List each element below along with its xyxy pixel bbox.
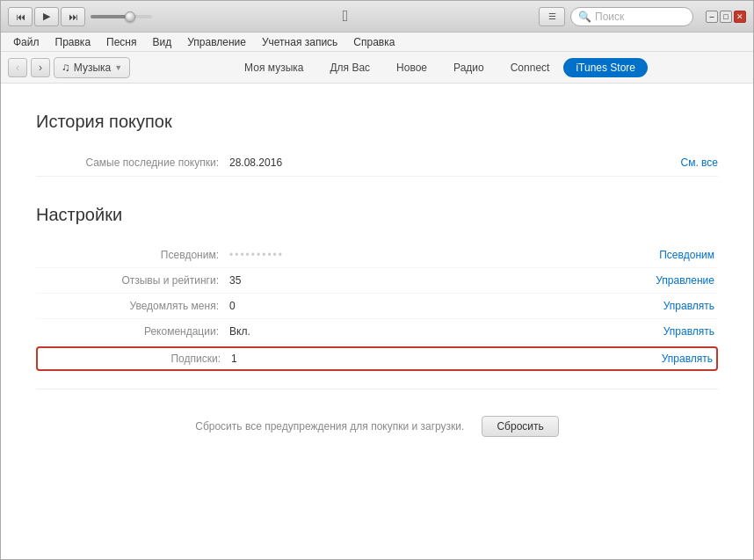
window-controls: – □ ✕ xyxy=(706,11,746,23)
back-arrow-icon: ‹ xyxy=(16,62,19,74)
search-placeholder: Поиск xyxy=(595,11,624,23)
volume-thumb xyxy=(125,11,135,22)
menu-bar: Файл Правка Песня Вид Управление Учетная… xyxy=(1,33,753,52)
footer-section: Сбросить все предупреждения для покупки … xyxy=(36,389,718,455)
rewind-button[interactable]: ⏮ xyxy=(8,7,33,26)
tab-connect[interactable]: Connect xyxy=(498,58,562,77)
history-section: История покупок Самые последние покупки:… xyxy=(36,112,718,177)
menu-item-song[interactable]: Песня xyxy=(99,34,143,50)
menu-item-edit[interactable]: Правка xyxy=(48,34,98,50)
recommendations-link[interactable]: Управлять xyxy=(663,325,718,338)
settings-row-nickname: Псевдоним: •••••••••• Псевдоним xyxy=(36,243,718,268)
settings-row-recommendations: Рекомендации: Вкл. Управлять xyxy=(36,319,718,345)
forward-arrow-icon: › xyxy=(39,62,42,74)
tab-itunes-store[interactable]: iTunes Store xyxy=(563,58,648,77)
nav-location-text: Музыка xyxy=(74,62,111,74)
menu-item-file[interactable]: Файл xyxy=(6,34,47,50)
menu-item-help[interactable]: Справка xyxy=(346,34,402,50)
reviews-value: 35 xyxy=(229,274,656,287)
tab-my-music[interactable]: Моя музыка xyxy=(232,58,315,77)
settings-row-subscriptions: Подписки: 1 Управлять xyxy=(36,346,718,371)
menu-item-account[interactable]: Учетная запись xyxy=(255,34,344,50)
tab-for-you[interactable]: Для Вас xyxy=(317,58,382,77)
settings-section: Настройки Псевдоним: •••••••••• Псевдони… xyxy=(36,205,718,371)
play-button[interactable]: ▶ xyxy=(34,7,59,26)
title-bar: ⏮ ▶ ⏭  ☰ xyxy=(1,1,753,33)
see-all-link[interactable]: См. все xyxy=(681,156,719,169)
settings-section-title: Настройки xyxy=(36,205,718,225)
nav-forward-button[interactable]: › xyxy=(31,58,50,77)
nav-location-icon: ♫ xyxy=(62,61,70,74)
subscriptions-value: 1 xyxy=(231,353,662,365)
menu-item-manage[interactable]: Управление xyxy=(180,34,253,50)
nickname-value: •••••••••• xyxy=(229,249,659,261)
tab-bar: Моя музыка Для Вас Новое Радио Connect i… xyxy=(134,58,746,77)
nickname-link[interactable]: Псевдоним xyxy=(659,249,718,261)
history-value: 28.08.2016 xyxy=(229,156,282,169)
search-icon: 🔍 xyxy=(578,11,591,23)
footer-text: Сбросить все предупреждения для покупки … xyxy=(195,420,464,433)
nav-bar: ‹ › ♫ Музыка ▼ Моя музыка Для Вас Новое … xyxy=(1,52,753,84)
nickname-label: Псевдоним: xyxy=(36,249,229,261)
tab-radio[interactable]: Радио xyxy=(441,58,497,77)
nav-location[interactable]: ♫ Музыка ▼ xyxy=(54,57,130,78)
content-area: История покупок Самые последние покупки:… xyxy=(1,84,753,559)
menu-item-view[interactable]: Вид xyxy=(146,34,179,50)
reset-button[interactable]: Сбросить xyxy=(482,416,558,437)
search-box[interactable]: 🔍 Поиск xyxy=(570,7,693,26)
volume-slider[interactable] xyxy=(91,15,152,18)
notify-link[interactable]: Управлять xyxy=(663,300,718,312)
notify-label: Уведомлять меня: xyxy=(36,300,229,312)
menu-lines-icon: ☰ xyxy=(548,11,556,21)
fastforward-button[interactable]: ⏭ xyxy=(61,7,85,26)
subscriptions-link[interactable]: Управлять xyxy=(662,353,716,365)
notify-value: 0 xyxy=(229,300,663,312)
reviews-label: Отзывы и рейтинги: xyxy=(36,274,229,287)
main-content: История покупок Самые последние покупки:… xyxy=(1,84,753,559)
apple-logo:  xyxy=(152,7,539,25)
settings-row-reviews: Отзывы и рейтинги: 35 Управление xyxy=(36,268,718,294)
nav-location-chevron: ▼ xyxy=(114,63,122,72)
recommendations-label: Рекомендации: xyxy=(36,325,229,338)
recommendations-value: Вкл. xyxy=(229,325,663,338)
settings-row-notify: Уведомлять меня: 0 Управлять xyxy=(36,294,718,319)
history-row: Самые последние покупки: 28.08.2016 См. … xyxy=(36,149,718,177)
history-label: Самые последние покупки: xyxy=(36,156,229,169)
reviews-link[interactable]: Управление xyxy=(656,274,718,287)
tab-new[interactable]: Новое xyxy=(384,58,439,77)
minimize-button[interactable]: – xyxy=(706,11,718,23)
main-window: ⏮ ▶ ⏭  ☰ xyxy=(0,0,754,560)
playback-controls: ⏮ ▶ ⏭ xyxy=(8,7,152,26)
menu-button[interactable]: ☰ xyxy=(539,7,565,26)
history-section-title: История покупок xyxy=(36,112,718,132)
close-button[interactable]: ✕ xyxy=(734,11,746,23)
title-bar-right: ☰ 🔍 Поиск – □ ✕ xyxy=(539,7,746,26)
nav-back-button[interactable]: ‹ xyxy=(8,58,27,77)
maximize-button[interactable]: □ xyxy=(720,11,732,23)
subscriptions-label: Подписки: xyxy=(38,353,231,365)
